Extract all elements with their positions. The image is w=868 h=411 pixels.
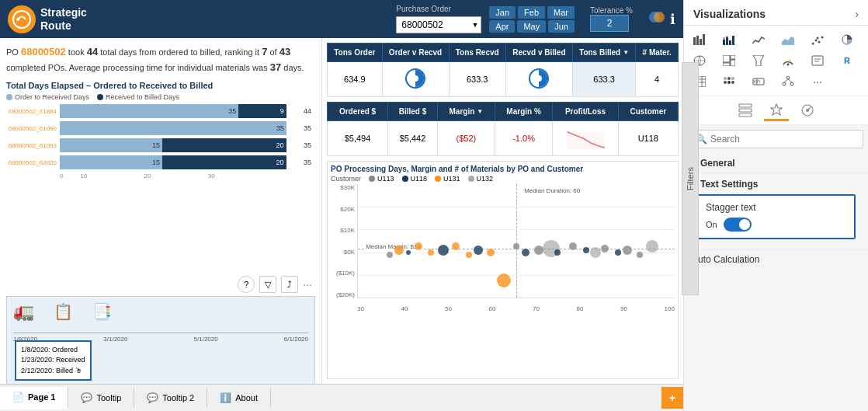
th-margin: Margin ▼: [437, 103, 495, 121]
general-section: ∨ General: [684, 153, 868, 173]
th-num-materials: # Mater.: [636, 44, 679, 62]
tab-tooltip-label: Tooltip: [96, 393, 121, 402]
text-settings-header[interactable]: ∧ Text Settings: [692, 179, 860, 190]
viz-icon-card[interactable]: [807, 51, 828, 70]
month-feb[interactable]: Feb: [518, 6, 545, 19]
toggle-switch[interactable]: [724, 218, 752, 232]
x-axis-labels: 30405060708090100: [357, 305, 675, 312]
timeline-icons-row: 🚛 📋 📑: [13, 301, 308, 322]
bar-end-1: 35: [304, 124, 315, 132]
svg-point-20: [812, 43, 814, 45]
viz-icons-grid: R KPI ···: [684, 26, 868, 96]
tolerance-input[interactable]: [590, 15, 629, 32]
td-billed: $5,442: [388, 121, 438, 156]
viz-icon-stacked-bar[interactable]: [718, 30, 740, 49]
timeline-icon-docs: 📋: [54, 302, 73, 321]
viz-icon-line[interactable]: [748, 30, 769, 49]
bar-row-3: 68000502_62020 15 20 35: [6, 155, 315, 169]
scatter-legend: Customer U113 U118 U131: [331, 175, 675, 183]
bar-container-1: 35: [60, 121, 298, 135]
svg-point-3: [654, 12, 665, 23]
viz-chevron[interactable]: ›: [855, 8, 859, 20]
search-container[interactable]: 🔍: [689, 130, 863, 148]
filters-sidebar[interactable]: Filters: [682, 62, 699, 295]
viz-icon-bar[interactable]: [689, 30, 710, 49]
filter-icon-btn[interactable]: [648, 9, 665, 30]
bar-chart: 68000502_61884 35 9 44 68000502_61090 35…: [6, 104, 315, 273]
viz-icon-kpi[interactable]: KPI: [748, 72, 769, 91]
tab-add-button[interactable]: +: [661, 387, 683, 409]
tab-about[interactable]: ℹ️ About: [207, 388, 271, 408]
more-btn[interactable]: ···: [303, 278, 312, 291]
bar-label-2: 68000502_61093: [6, 142, 57, 149]
logo: Strategic Route: [8, 5, 87, 33]
tab-tooltip[interactable]: 💬 Tooltip: [68, 388, 134, 408]
text-settings-label: Text Settings: [700, 179, 758, 190]
auto-calc-section: Auto Calculation: [684, 249, 868, 270]
bar-container-3: 15 20: [60, 155, 298, 169]
svg-point-5: [412, 75, 418, 82]
bar-row-2: 68000502_61093 15 20 35: [6, 138, 315, 152]
svg-marker-19: [782, 37, 794, 45]
bar-light-3: 15: [60, 155, 162, 169]
legend-label-dark: Received to Billed Days: [106, 93, 179, 101]
chart-title: Total Days Elapsed – Ordered to Received…: [6, 81, 315, 90]
tab-page1[interactable]: 📄 Page 1: [0, 387, 68, 409]
svg-text:KPI: KPI: [754, 79, 760, 84]
stagger-text-label: Stagger text: [706, 202, 846, 213]
bar-container-2: 15 20: [60, 138, 298, 152]
viz-section-format[interactable]: [764, 99, 789, 121]
svg-point-54: [790, 82, 793, 85]
svg-point-53: [783, 82, 786, 85]
main-content: PO 68000502 took 44 total days from orde…: [0, 38, 683, 384]
visualizations-panel: Visualizations › R KPI ···: [683, 0, 868, 411]
viz-section-analytics[interactable]: [795, 99, 820, 121]
tab-tooltip2[interactable]: 💬 Tooltip 2: [134, 388, 207, 408]
filter-btn[interactable]: ▽: [259, 276, 276, 293]
chart-controls: ? ▽ ⤴ ···: [6, 276, 315, 293]
export-btn[interactable]: ⤴: [281, 276, 298, 293]
month-mar[interactable]: Mar: [547, 6, 575, 19]
median-v-line: [516, 184, 517, 298]
question-btn[interactable]: ?: [238, 276, 255, 293]
viz-icon-r[interactable]: R: [836, 51, 858, 70]
bar-row-1: 68000502_61090 35 35: [6, 121, 315, 135]
timeline-tooltip: 1/8/2020: Ordered 1/23/2020: Received 2/…: [15, 340, 92, 381]
month-may[interactable]: May: [517, 20, 546, 33]
viz-icon-funnel[interactable]: [748, 51, 769, 70]
th-customer: Customer: [618, 103, 678, 121]
month-apr[interactable]: Apr: [489, 20, 515, 33]
viz-icon-pie[interactable]: [836, 30, 858, 49]
svg-rect-16: [726, 36, 728, 37]
viz-icon-scatter[interactable]: [807, 30, 828, 49]
search-input[interactable]: [710, 134, 856, 145]
po-select-container[interactable]: 68000502: [396, 16, 481, 33]
td-tons-recvd: 633.3: [449, 62, 505, 97]
viz-icon-gauge[interactable]: [777, 51, 799, 70]
svg-point-23: [821, 37, 824, 39]
viz-icon-matrix[interactable]: [718, 72, 740, 91]
td-recvd-v-billed: [505, 62, 572, 97]
viz-section-fields[interactable]: [733, 99, 758, 121]
scatter-canvas: $30K$20K$10K$0K($10K)($20K) Median Durat…: [331, 184, 675, 312]
bar-label-0: 68000502_61884: [6, 108, 57, 115]
td-tons-billed: 633.3: [572, 62, 636, 97]
th-tons-order: Tons Order: [328, 44, 383, 62]
viz-icon-more[interactable]: ···: [807, 72, 828, 91]
th-profit-loss: Profit/Loss: [553, 103, 618, 121]
td-ordered: $5,494: [328, 121, 388, 156]
general-header[interactable]: ∨ General: [692, 158, 860, 169]
legend-item-light: Order to Received Days: [6, 93, 89, 101]
tab-tooltip-icon: 💬: [81, 392, 92, 403]
month-jan[interactable]: Jan: [489, 6, 516, 19]
viz-icon-area[interactable]: [777, 30, 799, 49]
month-jun[interactable]: Jun: [548, 20, 575, 33]
bar-container-0: 35 9: [60, 104, 298, 118]
po-summary: PO 68000502 took 44 total days from orde…: [6, 44, 315, 75]
bar-light-1: 35: [60, 121, 286, 135]
po-select[interactable]: 68000502: [396, 16, 481, 33]
viz-icon-decomp[interactable]: [777, 72, 799, 91]
viz-icon-treemap[interactable]: [718, 51, 740, 70]
svg-line-55: [784, 79, 788, 82]
info-icon-btn[interactable]: ℹ: [670, 11, 675, 28]
